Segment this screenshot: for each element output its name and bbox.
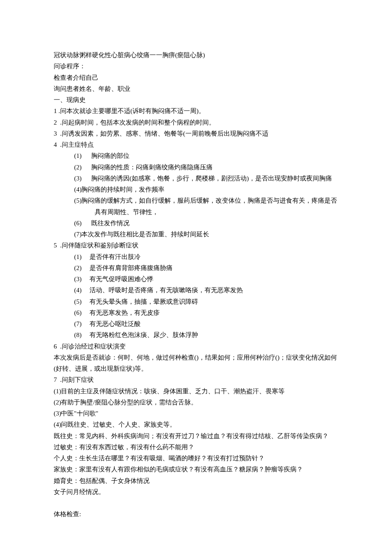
q4-6: (6) 既往发作情况 [74, 218, 340, 229]
history-menses: 女子问月经情况。 [54, 486, 340, 497]
q4-1: (1) 胸闷痛的部位 [74, 150, 340, 161]
history-past: 既往史：常见内科、外科疾病询问；有没有开过刀？输过血？有没有得过结核、乙肝等传染… [54, 430, 340, 442]
q7-4: (4)问既往史、过敏史、个人史、家族史等。 [54, 419, 340, 430]
q3: 3 .问诱发因素，如劳累、感寒、情绪、饱餐等(一周前晚餐后出现胸闷痛不适 [54, 128, 340, 139]
q1: 1 .问本次就诊主要哪里不适(诉时有胸闷痛不适一周)。 [54, 105, 340, 116]
q7: 7 .问刻下症状 [54, 374, 340, 385]
q7-1: (1)目前的主症及伴随症状情况：咳痰、身体困重、乏力、口干、潮热盗汗、畏寒等 [54, 386, 340, 397]
q7-3: (3)中医"十问歌" [54, 408, 340, 419]
q4-3: (3) 胸闷痛的诱因(如感寒，饱餐，步行，爬楼梯，剧烈活动)，是否出现安静时或夜… [74, 173, 340, 184]
history-marriage: 婚育史：包括配偶、子女身体情况 [54, 475, 340, 486]
q5-5: (5) 有无头晕头痛，抽搐，晕厥或意识障碍 [74, 296, 340, 307]
q5-4: (4) 活动、呼吸时是否疼痛，有无咳嗽咯痰，有无恶寒发热 [74, 285, 340, 296]
q5-8: (8) 有无咯粉红色泡沫痰、尿少、肢体浮肿 [74, 329, 340, 340]
ask-patient-info: 询问患者姓名、年龄、职业 [54, 83, 340, 94]
q2: 2 .问起病时间，包括本次发病的时间和整个病程的时间。 [54, 117, 340, 128]
physical-exam-label: 体格检查: [54, 509, 340, 520]
q4-5: (5)胸闷痛的缓解方式，如自行缓解，服药后缓解，改变体位，胸痛是否与进食有关，疼… [74, 195, 340, 218]
q7-2: (2)有助于胸壁/瘀阻心脉分型的症状，需结合舌脉。 [54, 397, 340, 408]
q6-body: 本次发病后是否就诊：何时、何地，做过何种检查()，结果如何；应用何种治疗()；症… [54, 352, 340, 375]
history-personal: 个人史：生长生活在哪里？有没有吸烟、喝酒的嗜好？有没有打过预防针？ [54, 453, 340, 464]
history-allergy: 过敏史：有没有东西过敏，有没有什么药不能用？ [54, 442, 340, 453]
q5-7: (7) 有无恶心呕吐泛酸 [74, 318, 340, 329]
blank-line [54, 497, 340, 509]
q4: 4 .问主症特点 [54, 139, 340, 150]
intro-self: 检查者介绍自己 [54, 72, 340, 83]
q4-4: (4)胸闷痛的持续时间，发作频率 [74, 184, 340, 195]
doc-title: 冠状动脉粥样硬化性心脏病心绞痛一一胸痹(瘀阻心脉) [54, 49, 340, 61]
q5-1: (1) 是否伴有汗出肢冷 [74, 251, 340, 262]
history-family: 家族史：家里有没有人有跟你相似的毛病或症状？有没有高血压？糖尿病？肿瘤等疾病？ [54, 464, 340, 475]
q5-2: (2) 是否伴有肩背部疼痛腹痛胁痛 [74, 262, 340, 273]
q4-7: (7)本次发作与既往相比是否加重、持续时间延长 [74, 229, 340, 240]
procedure-label: 问诊程序： [54, 61, 340, 72]
q5-3: (3) 有无气促呼吸困难心悸 [74, 273, 340, 285]
section-1-title: 一、现病史 [54, 94, 340, 105]
q5-6: (6) 有无恶寒发热，有无皮疹 [74, 307, 340, 318]
q6: 6 .问诊治经过和症状演变 [54, 341, 340, 352]
q4-2: (2) 胸闷痛的性质：闷痛刺痛绞痛灼痛隐痛压痛 [74, 162, 340, 173]
q5: 5 .问伴随症状和鉴别诊断症状 [54, 240, 340, 251]
